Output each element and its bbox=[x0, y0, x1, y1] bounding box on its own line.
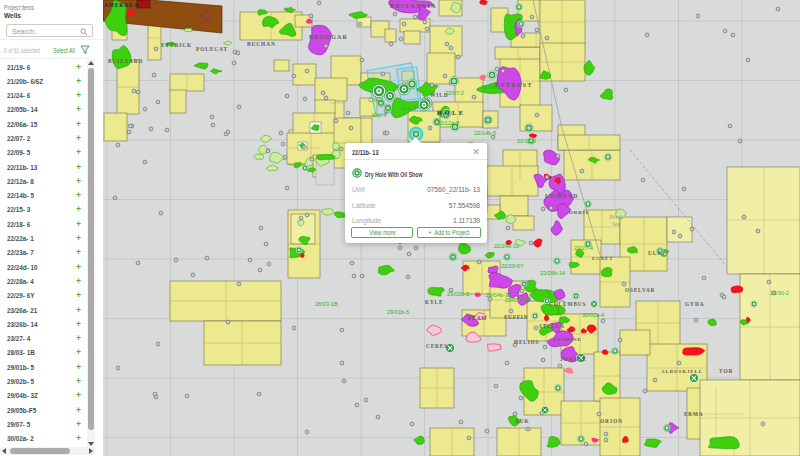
svg-text:22/09-5: 22/09-5 bbox=[481, 84, 500, 90]
svg-text:23/27-4: 23/27-4 bbox=[574, 245, 593, 251]
svg-text:App-1: App-1 bbox=[401, 105, 416, 111]
svg-text:LOMOND: LOMOND bbox=[545, 193, 579, 199]
svg-text:HOLE: HOLE bbox=[437, 109, 465, 116]
svg-text:KYLE: KYLE bbox=[425, 299, 443, 305]
svg-text:GYDA: GYDA bbox=[685, 301, 704, 307]
svg-text:POLECAT: POLECAT bbox=[196, 46, 228, 52]
svg-text:22/29-6Y: 22/29-6Y bbox=[501, 263, 524, 269]
svg-text:BLIZZARD: BLIZZARD bbox=[108, 58, 143, 64]
svg-text:23/26b-14: 23/26b-14 bbox=[540, 270, 565, 276]
svg-text:EGRET: EGRET bbox=[592, 256, 613, 261]
svg-text:22/07-2: 22/07-2 bbox=[445, 90, 464, 96]
svg-text:EVEREST: EVEREST bbox=[495, 82, 533, 88]
svg-text:JASMINE: JASMINE bbox=[553, 337, 582, 342]
svg-text:BUCHAN: BUCHAN bbox=[247, 41, 276, 47]
svg-text:Sea: Sea bbox=[612, 221, 620, 227]
svg-text:22/12a-8: 22/12a-8 bbox=[437, 120, 459, 126]
svg-text:COLUMBUS: COLUMBUS bbox=[549, 301, 586, 307]
svg-text:22/14b-5: 22/14b-5 bbox=[474, 130, 496, 136]
svg-text:28/03-1B: 28/03-1B bbox=[315, 301, 338, 307]
svg-text:CERES: CERES bbox=[426, 343, 448, 349]
svg-text:BRODGAR: BRODGAR bbox=[309, 34, 348, 40]
svg-text:ULA: ULA bbox=[648, 250, 662, 256]
svg-text:22/24d-10: 22/24d-10 bbox=[494, 243, 519, 249]
svg-text:AUK: AUK bbox=[515, 418, 530, 424]
svg-text:PUFFIN: PUFFIN bbox=[504, 314, 528, 320]
svg-text:29/02b-5: 29/02b-5 bbox=[447, 291, 469, 297]
svg-text:22/15-3: 22/15-3 bbox=[517, 138, 536, 144]
svg-text:ALBUSKJELL: ALBUSKJELL bbox=[661, 369, 703, 374]
svg-text:ORRIE: ORRIE bbox=[569, 210, 590, 215]
svg-text:HELIOS: HELIOS bbox=[514, 339, 539, 345]
svg-text:BRITANNIA: BRITANNIA bbox=[390, 3, 437, 9]
svg-text:29/05b-F5: 29/05b-F5 bbox=[505, 297, 531, 303]
svg-text:29/01b-5: 29/01b-5 bbox=[387, 309, 409, 315]
svg-text:Cns-2: Cns-2 bbox=[368, 97, 383, 103]
svg-text:ETTRICK: ETTRICK bbox=[161, 42, 192, 48]
svg-text:22/30-2: 22/30-2 bbox=[770, 290, 789, 296]
svg-text:TOR: TOR bbox=[719, 368, 733, 374]
svg-text:AMERADA: AMERADA bbox=[104, 2, 138, 8]
svg-text:JOANNE: JOANNE bbox=[560, 356, 587, 362]
svg-text:FRAM: FRAM bbox=[468, 315, 487, 321]
svg-text:STELLA: STELLA bbox=[539, 323, 565, 329]
svg-text:ORION: ORION bbox=[600, 418, 623, 424]
svg-text:30/02a-4: 30/02a-4 bbox=[582, 312, 604, 318]
svg-text:ERMA: ERMA bbox=[684, 411, 703, 417]
svg-text:OSELVAR: OSELVAR bbox=[625, 287, 655, 293]
svg-text:Exp-4: Exp-4 bbox=[372, 112, 387, 118]
svg-text:North: North bbox=[608, 214, 623, 220]
